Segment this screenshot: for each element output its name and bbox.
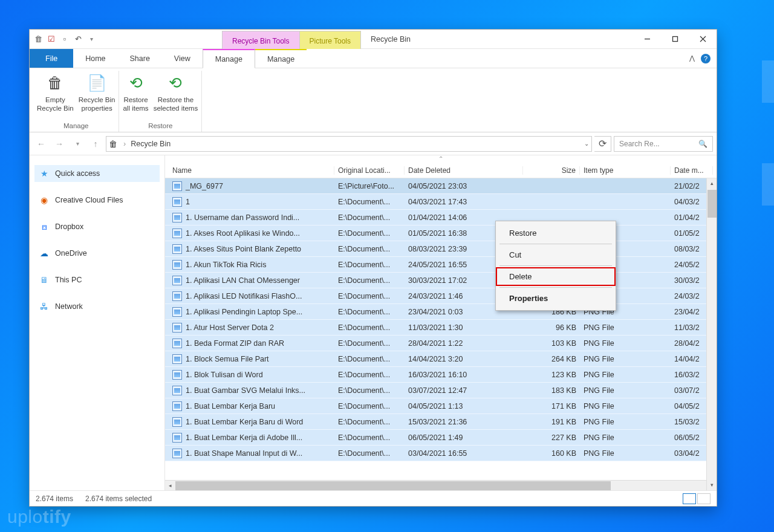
ribbon-group-label: Manage	[63, 120, 89, 132]
sidebar-item-onedrive[interactable]: ☁OneDrive	[34, 245, 160, 262]
tab-share[interactable]: Share	[118, 49, 162, 68]
search-icon: 🔍	[698, 140, 707, 148]
table-row[interactable]: 1. Buat Lembar Kerja Baru di WordE:\Docu…	[165, 414, 717, 430]
ribbon-group-label: Restore	[148, 120, 172, 132]
network-icon: 🖧	[39, 302, 49, 311]
column-date-deleted[interactable]: Date Deleted	[405, 166, 523, 175]
empty-recycle-bin-button[interactable]: 🗑 Empty Recycle Bin	[37, 73, 74, 113]
item-count: 2.674 items	[36, 495, 73, 503]
sidebar-item-network[interactable]: 🖧Network	[34, 298, 160, 315]
qat-dropdown-icon[interactable]: ▾	[86, 34, 96, 44]
table-row[interactable]: 1. Aplikasi LED Notifikasi FlashO...E:\D…	[165, 288, 717, 304]
column-name[interactable]: Name	[165, 166, 334, 175]
properties-icon[interactable]: ☑	[47, 34, 56, 44]
image-file-icon	[172, 213, 182, 222]
tab-file[interactable]: File	[30, 49, 73, 68]
column-original-location[interactable]: Original Locati...	[334, 166, 405, 175]
refresh-button[interactable]: ⟳	[594, 136, 611, 152]
image-file-icon	[172, 323, 182, 332]
tab-home[interactable]: Home	[73, 49, 117, 68]
table-row[interactable]: 1. Akses Situs Point Blank ZepettoE:\Doc…	[165, 241, 717, 257]
minimize-button[interactable]	[633, 30, 661, 48]
breadcrumb[interactable]: Recycle Bin	[131, 140, 171, 148]
table-row[interactable]: 1. Akun TikTok Ria RicisE:\Document\...2…	[165, 257, 717, 273]
recycle-bin-properties-button[interactable]: 📄 Recycle Bin properties	[79, 73, 115, 113]
column-item-type[interactable]: Item type	[580, 166, 671, 175]
table-row[interactable]: _MG_6977E:\Picture\Foto...04/05/2021 23:…	[165, 178, 717, 194]
horizontal-scrollbar[interactable]: ◂▸	[165, 480, 717, 490]
restore-selected-items-button[interactable]: ⟲ Restore the selected items	[154, 73, 198, 113]
file-list-pane: ⌃ Name Original Locati... Date Deleted S…	[165, 155, 717, 490]
close-button[interactable]	[689, 30, 717, 48]
image-file-icon	[172, 401, 182, 411]
recycle-bin-icon: 🗑	[109, 139, 119, 149]
context-properties[interactable]: Properties	[496, 289, 616, 308]
table-row[interactable]: 1. Blok Tulisan di WordE:\Document\...16…	[165, 367, 717, 383]
image-file-icon	[172, 181, 182, 191]
help-icon[interactable]: ?	[701, 54, 711, 63]
up-button[interactable]: ↑	[88, 136, 103, 152]
table-row[interactable]: 1. Beda Format ZIP dan RARE:\Document\..…	[165, 336, 717, 351]
sidebar-item-dropbox[interactable]: ⧈Dropbox	[34, 218, 160, 235]
restore-all-items-button[interactable]: ⟲ Restore all items	[123, 73, 148, 113]
table-row[interactable]: 1. Buat Lembar Kerja di Adobe Ill...E:\D…	[165, 430, 717, 446]
table-row[interactable]: 1. Aplikasi LAN Chat OMessengerE:\Docume…	[165, 273, 717, 288]
history-dropdown[interactable]: ▾	[70, 136, 85, 152]
search-input[interactable]: Search Re... 🔍	[614, 136, 713, 152]
table-row[interactable]: 1. Username dan Password Indi...E:\Docum…	[165, 210, 717, 225]
vertical-scrollbar[interactable]: ▴▾	[706, 178, 717, 490]
table-row[interactable]: 1. Aplikasi Pendingin Laptop Spe...E:\Do…	[165, 304, 717, 320]
context-restore[interactable]: Restore	[496, 224, 616, 242]
table-row[interactable]: 1. Buat Lembar Kerja BaruE:\Document\...…	[165, 398, 717, 414]
sidebar-item-quick-access[interactable]: ★Quick access	[34, 165, 160, 182]
tab-manage-recycle[interactable]: Manage	[203, 49, 255, 68]
table-row[interactable]: 1. Akses Root Aplikasi ke Windo...E:\Doc…	[165, 225, 717, 241]
sidebar-item-creative-cloud[interactable]: ◉Creative Cloud Files	[34, 192, 160, 209]
column-size[interactable]: Size	[523, 166, 580, 175]
context-delete[interactable]: Delete	[496, 267, 616, 286]
undo-icon[interactable]: ↶	[73, 34, 83, 44]
window-title: Recycle Bin	[361, 30, 420, 48]
status-bar: 2.674 items 2.674 items selected	[30, 490, 717, 506]
address-input[interactable]: 🗑 › Recycle Bin ⌄	[106, 136, 592, 152]
restore-selected-icon: ⟲	[165, 73, 186, 94]
image-file-icon	[172, 260, 182, 270]
table-row[interactable]: 1E:\Document\...04/03/2021 17:4304/03/2	[165, 194, 717, 210]
onedrive-icon: ☁	[39, 248, 49, 258]
collapse-ribbon-icon[interactable]: ⋀	[689, 54, 695, 62]
watermark: uplotify	[7, 507, 71, 527]
selected-count: 2.674 items selected	[85, 495, 152, 503]
details-view-button[interactable]	[683, 493, 696, 504]
context-cut[interactable]: Cut	[496, 245, 616, 264]
table-row[interactable]: 1. Block Semua File PartE:\Document\...1…	[165, 351, 717, 367]
contextual-tab-recycle-bin-tools[interactable]: Recycle Bin Tools	[222, 31, 300, 49]
column-date-modified[interactable]: Date m...	[671, 166, 713, 175]
table-row[interactable]: 1. Buat Shape Manual Input di W...E:\Doc…	[165, 446, 717, 461]
image-file-icon	[172, 339, 182, 348]
forward-button[interactable]: →	[51, 136, 67, 152]
ribbon: 🗑 Empty Recycle Bin 📄 Recycle Bin proper…	[30, 68, 717, 132]
tab-view[interactable]: View	[162, 49, 203, 68]
image-file-icon	[172, 449, 182, 458]
empty-bin-icon: 🗑	[45, 73, 65, 94]
context-menu: Restore Cut Delete Properties	[495, 221, 616, 311]
creative-cloud-icon: ◉	[39, 195, 49, 205]
dropbox-icon: ⧈	[39, 222, 49, 232]
table-row[interactable]: 1. Buat Gambar SVG Melalui Inks...E:\Doc…	[165, 383, 717, 398]
image-file-icon	[172, 229, 182, 238]
sidebar-item-this-pc[interactable]: 🖥This PC	[34, 271, 160, 288]
recycle-bin-icon: 🗑	[33, 34, 43, 44]
image-file-icon	[172, 433, 182, 443]
svg-rect-1	[672, 37, 677, 42]
collapse-chevron-icon[interactable]: ⌃	[165, 155, 717, 163]
table-row[interactable]: 1. Atur Host Server Dota 2E:\Document\..…	[165, 320, 717, 336]
new-folder-icon[interactable]: ▫	[60, 34, 70, 44]
back-button[interactable]: ←	[33, 136, 49, 152]
star-icon: ★	[39, 169, 49, 178]
restore-all-icon: ⟲	[126, 73, 146, 94]
tab-manage-picture[interactable]: Manage	[255, 49, 307, 68]
large-icons-view-button[interactable]	[697, 493, 711, 504]
contextual-tab-picture-tools[interactable]: Picture Tools	[299, 31, 361, 49]
maximize-button[interactable]	[661, 30, 689, 48]
column-headers[interactable]: Name Original Locati... Date Deleted Siz…	[165, 163, 717, 178]
